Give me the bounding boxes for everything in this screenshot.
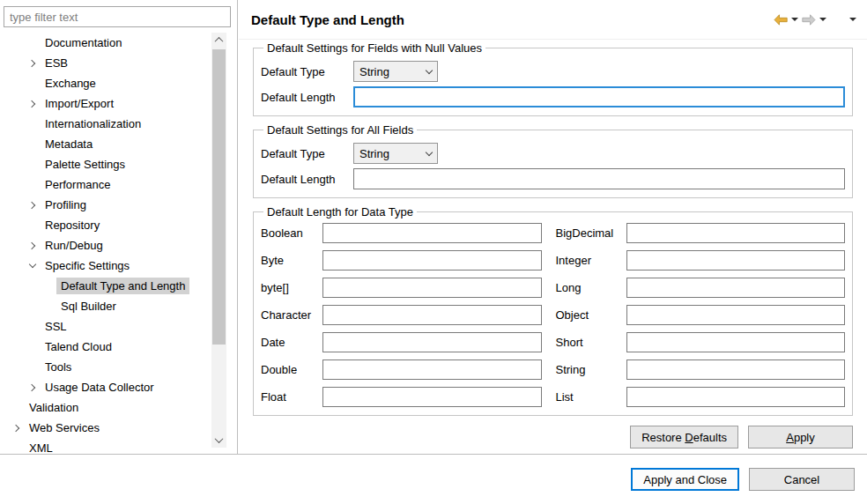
double-length-input[interactable] <box>322 359 542 380</box>
sidebar-item-xml[interactable]: XML <box>0 438 210 454</box>
sidebar-item-label: Sql Builder <box>56 298 121 315</box>
long-length-input[interactable] <box>626 278 846 298</box>
chevron-slot <box>25 116 41 132</box>
chevron-right-icon[interactable] <box>11 424 19 431</box>
apply-and-close-button[interactable]: Apply and Close <box>631 468 739 491</box>
sidebar-item-specific-settings[interactable]: Specific Settings <box>0 256 210 276</box>
sidebar-item-internationalization[interactable]: Internationalization <box>0 114 210 134</box>
string-label: String <box>542 363 626 376</box>
byte-label: Byte <box>261 254 322 267</box>
page-header: Default Type and Length <box>239 0 867 40</box>
sidebar-item-import-export[interactable]: Import/Export <box>0 93 210 114</box>
sidebar-item-esb[interactable]: ESB <box>0 53 210 73</box>
object-length-input[interactable] <box>626 305 846 325</box>
sidebar-item-talend-cloud[interactable]: Talend Cloud <box>0 337 210 357</box>
sidebar-item-metadata[interactable]: Metadata <box>0 134 210 154</box>
chevron-right-icon[interactable] <box>27 383 34 390</box>
all-default-length-input[interactable] <box>353 168 845 189</box>
sidebar-item-repository[interactable]: Repository <box>0 215 210 235</box>
sidebar-item-label: Run/Debug <box>41 237 107 254</box>
page-action-buttons: Restore Defaults Apply <box>253 426 853 448</box>
preferences-sidebar: Documentation ESB Exchange Import/Export… <box>0 0 238 454</box>
sidebar-item-label: Internationalization <box>41 115 145 132</box>
sidebar-item-usage-data-collector[interactable]: Usage Data Collector <box>0 377 210 397</box>
byte-array-length-input[interactable] <box>322 278 542 298</box>
restore-defaults-label-post: efaults <box>693 431 727 444</box>
chevron-slot <box>25 339 41 355</box>
date-length-input[interactable] <box>322 332 542 352</box>
forward-history-dropdown-icon[interactable] <box>819 18 826 21</box>
default-length-label: Default Length <box>261 91 353 104</box>
chevron-slot <box>25 319 41 335</box>
short-label: Short <box>542 336 626 349</box>
data-type-grid: Boolean BigDecimal Byte Integer byte[] L… <box>261 223 845 407</box>
sidebar-item-ssl[interactable]: SSL <box>0 316 210 337</box>
sidebar-item-run-debug[interactable]: Run/Debug <box>0 235 210 256</box>
restore-defaults-button[interactable]: Restore Defaults <box>630 426 738 448</box>
default-type-row: Default Type String <box>261 61 845 82</box>
float-length-input[interactable] <box>322 387 542 407</box>
chevron-slot <box>25 238 41 254</box>
sidebar-item-documentation[interactable]: Documentation <box>0 33 210 53</box>
cancel-button[interactable]: Cancel <box>749 468 855 491</box>
chevron-right-icon[interactable] <box>27 100 34 107</box>
apply-button[interactable]: Apply <box>748 426 853 448</box>
character-label: Character <box>261 308 322 322</box>
chevron-slot <box>25 96 41 112</box>
sidebar-item-web-services[interactable]: Web Services <box>0 418 210 438</box>
view-menu-dropdown-icon[interactable] <box>849 18 856 21</box>
short-length-input[interactable] <box>626 332 846 352</box>
sidebar-item-performance[interactable]: Performance <box>0 174 210 195</box>
scroll-up-button[interactable] <box>211 33 226 48</box>
forward-arrow-icon[interactable] <box>802 14 816 26</box>
float-label: Float <box>261 390 322 404</box>
string-length-input[interactable] <box>626 359 846 380</box>
bigdecimal-length-input[interactable] <box>626 223 846 243</box>
chevron-slot <box>9 400 25 416</box>
sidebar-item-tools[interactable]: Tools <box>0 357 210 377</box>
dialog-button-bar: Apply and Close Cancel <box>0 454 867 504</box>
data-type-length-group: Default Length for Data Type Boolean Big… <box>253 205 853 416</box>
sidebar-item-sql-builder[interactable]: Sql Builder <box>0 296 210 316</box>
character-length-input[interactable] <box>322 305 542 325</box>
scroll-down-button[interactable] <box>211 433 226 448</box>
chevron-right-icon[interactable] <box>27 241 34 248</box>
sidebar-item-default-type-and-length[interactable]: Default Type and Length <box>0 276 210 296</box>
default-length-label: Default Length <box>261 173 353 186</box>
sidebar-item-label: XML <box>25 440 57 454</box>
integer-length-input[interactable] <box>626 250 846 271</box>
sidebar-item-palette-settings[interactable]: Palette Settings <box>0 154 210 174</box>
back-arrow-icon[interactable] <box>774 14 788 26</box>
chevron-slot <box>41 299 56 315</box>
null-default-type-select[interactable]: String <box>353 61 438 82</box>
preferences-dialog: Documentation ESB Exchange Import/Export… <box>0 0 867 504</box>
chevron-down-icon <box>426 148 433 155</box>
filter-input[interactable] <box>4 6 231 27</box>
bigdecimal-label: BigDecimal <box>542 226 626 240</box>
chevron-right-icon[interactable] <box>27 201 34 208</box>
byte-length-input[interactable] <box>322 250 542 271</box>
sidebar-item-label: Metadata <box>41 136 97 152</box>
null-default-length-input[interactable] <box>353 86 845 107</box>
all-fields-group-legend: Default Settings for All Fields <box>263 123 417 137</box>
sidebar-item-profiling[interactable]: Profiling <box>0 195 210 215</box>
scrollbar-thumb[interactable] <box>212 49 226 345</box>
boolean-label: Boolean <box>261 226 322 240</box>
default-type-label: Default Type <box>261 147 353 160</box>
back-history-dropdown-icon[interactable] <box>791 18 798 21</box>
date-label: Date <box>261 336 322 349</box>
sidebar-item-label: Profiling <box>41 196 91 213</box>
default-type-row: Default Type String <box>261 143 845 164</box>
chevron-down-icon[interactable] <box>29 261 36 268</box>
sidebar-item-exchange[interactable]: Exchange <box>0 73 210 93</box>
sidebar-scrollbar[interactable] <box>211 33 226 448</box>
all-default-type-select[interactable]: String <box>353 143 438 164</box>
boolean-length-input[interactable] <box>322 223 542 243</box>
integer-label: Integer <box>542 254 626 267</box>
chevron-slot <box>25 137 41 152</box>
long-label: Long <box>542 281 626 294</box>
double-label: Double <box>261 363 322 376</box>
chevron-right-icon[interactable] <box>27 59 34 66</box>
sidebar-item-validation[interactable]: Validation <box>0 397 210 418</box>
list-length-input[interactable] <box>626 387 846 407</box>
